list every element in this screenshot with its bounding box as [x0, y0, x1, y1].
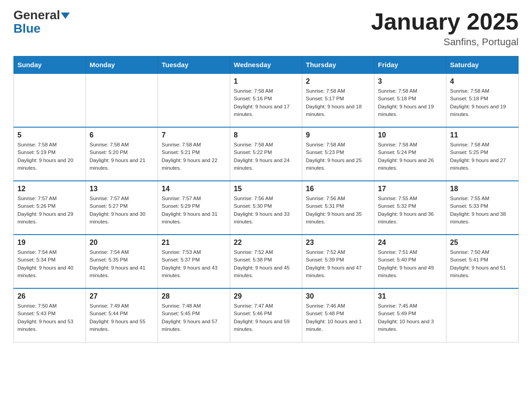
- week-row-1: 1Sunrise: 7:58 AMSunset: 5:16 PMDaylight…: [14, 73, 519, 127]
- day-number: 6: [90, 131, 154, 139]
- day-number: 3: [378, 77, 442, 86]
- day-info: Sunrise: 7:51 AMSunset: 5:40 PMDaylight:…: [378, 248, 442, 279]
- logo: General Blue: [13, 9, 70, 36]
- day-info: Sunrise: 7:50 AMSunset: 5:41 PMDaylight:…: [450, 248, 515, 279]
- calendar-cell: 2Sunrise: 7:58 AMSunset: 5:17 PMDaylight…: [302, 73, 374, 127]
- day-info: Sunrise: 7:58 AMSunset: 5:18 PMDaylight:…: [450, 87, 515, 118]
- location-subtitle: Sanfins, Portugal: [371, 36, 519, 48]
- day-number: 19: [17, 239, 82, 247]
- day-info: Sunrise: 7:58 AMSunset: 5:21 PMDaylight:…: [162, 141, 226, 172]
- day-number: 23: [306, 239, 370, 247]
- day-info: Sunrise: 7:58 AMSunset: 5:25 PMDaylight:…: [450, 141, 515, 172]
- day-number: 15: [234, 185, 298, 193]
- day-number: 2: [306, 77, 370, 86]
- header-monday: Monday: [86, 56, 158, 74]
- logo-arrow-icon: [61, 13, 70, 19]
- calendar-cell: 23Sunrise: 7:52 AMSunset: 5:39 PMDayligh…: [302, 235, 374, 288]
- day-info: Sunrise: 7:58 AMSunset: 5:19 PMDaylight:…: [17, 141, 82, 172]
- header-friday: Friday: [374, 56, 446, 74]
- calendar-header-row: SundayMondayTuesdayWednesdayThursdayFrid…: [14, 56, 519, 74]
- calendar-cell: 26Sunrise: 7:50 AMSunset: 5:43 PMDayligh…: [14, 288, 86, 342]
- day-info: Sunrise: 7:57 AMSunset: 5:29 PMDaylight:…: [162, 195, 226, 226]
- day-info: Sunrise: 7:58 AMSunset: 5:22 PMDaylight:…: [234, 141, 298, 172]
- calendar-cell: 13Sunrise: 7:57 AMSunset: 5:27 PMDayligh…: [86, 181, 158, 235]
- title-section: January 2025 Sanfins, Portugal: [371, 9, 519, 48]
- calendar-cell: 22Sunrise: 7:52 AMSunset: 5:38 PMDayligh…: [230, 235, 302, 288]
- calendar-cell: 15Sunrise: 7:56 AMSunset: 5:30 PMDayligh…: [230, 181, 302, 235]
- day-number: 14: [162, 185, 226, 193]
- day-info: Sunrise: 7:56 AMSunset: 5:31 PMDaylight:…: [306, 195, 370, 226]
- day-number: 17: [378, 185, 442, 193]
- day-number: 13: [90, 185, 154, 193]
- header-saturday: Saturday: [446, 56, 519, 74]
- calendar-cell: 31Sunrise: 7:45 AMSunset: 5:49 PMDayligh…: [374, 288, 446, 342]
- day-number: 16: [306, 185, 370, 193]
- day-info: Sunrise: 7:54 AMSunset: 5:35 PMDaylight:…: [90, 248, 154, 279]
- calendar-cell: 14Sunrise: 7:57 AMSunset: 5:29 PMDayligh…: [158, 181, 230, 235]
- calendar-cell: 27Sunrise: 7:49 AMSunset: 5:44 PMDayligh…: [86, 288, 158, 342]
- calendar-cell: 20Sunrise: 7:54 AMSunset: 5:35 PMDayligh…: [86, 235, 158, 288]
- day-number: 25: [450, 239, 515, 247]
- day-number: 29: [234, 292, 298, 300]
- day-number: 22: [234, 239, 298, 247]
- day-number: 20: [90, 239, 154, 247]
- day-info: Sunrise: 7:52 AMSunset: 5:38 PMDaylight:…: [234, 248, 298, 279]
- header-sunday: Sunday: [14, 56, 86, 74]
- calendar-cell: 21Sunrise: 7:53 AMSunset: 5:37 PMDayligh…: [158, 235, 230, 288]
- day-info: Sunrise: 7:55 AMSunset: 5:33 PMDaylight:…: [450, 195, 515, 226]
- calendar-cell: 16Sunrise: 7:56 AMSunset: 5:31 PMDayligh…: [302, 181, 374, 235]
- day-number: 10: [378, 131, 442, 139]
- day-info: Sunrise: 7:50 AMSunset: 5:43 PMDaylight:…: [17, 302, 82, 333]
- day-number: 30: [306, 292, 370, 300]
- calendar-cell: 9Sunrise: 7:58 AMSunset: 5:23 PMDaylight…: [302, 127, 374, 181]
- day-info: Sunrise: 7:49 AMSunset: 5:44 PMDaylight:…: [90, 302, 154, 333]
- day-number: 4: [450, 77, 515, 86]
- day-info: Sunrise: 7:56 AMSunset: 5:30 PMDaylight:…: [234, 195, 298, 226]
- day-info: Sunrise: 7:57 AMSunset: 5:27 PMDaylight:…: [90, 195, 154, 226]
- calendar-cell: 17Sunrise: 7:55 AMSunset: 5:32 PMDayligh…: [374, 181, 446, 235]
- week-row-4: 19Sunrise: 7:54 AMSunset: 5:34 PMDayligh…: [14, 235, 519, 288]
- day-info: Sunrise: 7:52 AMSunset: 5:39 PMDaylight:…: [306, 248, 370, 279]
- day-info: Sunrise: 7:58 AMSunset: 5:23 PMDaylight:…: [306, 141, 370, 172]
- day-number: 1: [234, 77, 298, 86]
- calendar-cell: 6Sunrise: 7:58 AMSunset: 5:20 PMDaylight…: [86, 127, 158, 181]
- header-thursday: Thursday: [302, 56, 374, 74]
- logo-blue-text: Blue: [13, 21, 41, 36]
- day-info: Sunrise: 7:47 AMSunset: 5:46 PMDaylight:…: [234, 302, 298, 333]
- calendar-cell: 30Sunrise: 7:46 AMSunset: 5:48 PMDayligh…: [302, 288, 374, 342]
- calendar-cell: 10Sunrise: 7:58 AMSunset: 5:24 PMDayligh…: [374, 127, 446, 181]
- logo-general-text: General: [13, 9, 60, 21]
- calendar-cell: 4Sunrise: 7:58 AMSunset: 5:18 PMDaylight…: [446, 73, 519, 127]
- calendar-cell: 24Sunrise: 7:51 AMSunset: 5:40 PMDayligh…: [374, 235, 446, 288]
- day-info: Sunrise: 7:46 AMSunset: 5:48 PMDaylight:…: [306, 302, 370, 333]
- week-row-3: 12Sunrise: 7:57 AMSunset: 5:26 PMDayligh…: [14, 181, 519, 235]
- calendar-table: SundayMondayTuesdayWednesdayThursdayFrid…: [13, 56, 519, 342]
- day-number: 7: [162, 131, 226, 139]
- calendar-cell: [14, 73, 86, 127]
- page-header: General Blue January 2025 Sanfins, Portu…: [13, 9, 519, 48]
- calendar-cell: [86, 73, 158, 127]
- calendar-cell: [158, 73, 230, 127]
- day-number: 12: [17, 185, 82, 193]
- day-number: 11: [450, 131, 515, 139]
- week-row-2: 5Sunrise: 7:58 AMSunset: 5:19 PMDaylight…: [14, 127, 519, 181]
- calendar-cell: 28Sunrise: 7:48 AMSunset: 5:45 PMDayligh…: [158, 288, 230, 342]
- page-title: January 2025: [371, 9, 519, 34]
- day-info: Sunrise: 7:58 AMSunset: 5:20 PMDaylight:…: [90, 141, 154, 172]
- day-number: 8: [234, 131, 298, 139]
- calendar-cell: 7Sunrise: 7:58 AMSunset: 5:21 PMDaylight…: [158, 127, 230, 181]
- calendar-cell: 8Sunrise: 7:58 AMSunset: 5:22 PMDaylight…: [230, 127, 302, 181]
- calendar-cell: 3Sunrise: 7:58 AMSunset: 5:18 PMDaylight…: [374, 73, 446, 127]
- calendar-cell: 1Sunrise: 7:58 AMSunset: 5:16 PMDaylight…: [230, 73, 302, 127]
- week-row-5: 26Sunrise: 7:50 AMSunset: 5:43 PMDayligh…: [14, 288, 519, 342]
- calendar-cell: 11Sunrise: 7:58 AMSunset: 5:25 PMDayligh…: [446, 127, 519, 181]
- calendar-cell: [446, 288, 519, 342]
- day-number: 9: [306, 131, 370, 139]
- day-number: 18: [450, 185, 515, 193]
- day-info: Sunrise: 7:58 AMSunset: 5:18 PMDaylight:…: [378, 87, 442, 118]
- day-number: 5: [17, 131, 82, 139]
- day-info: Sunrise: 7:58 AMSunset: 5:16 PMDaylight:…: [234, 87, 298, 118]
- day-info: Sunrise: 7:48 AMSunset: 5:45 PMDaylight:…: [162, 302, 226, 333]
- day-info: Sunrise: 7:53 AMSunset: 5:37 PMDaylight:…: [162, 248, 226, 279]
- day-info: Sunrise: 7:45 AMSunset: 5:49 PMDaylight:…: [378, 302, 442, 333]
